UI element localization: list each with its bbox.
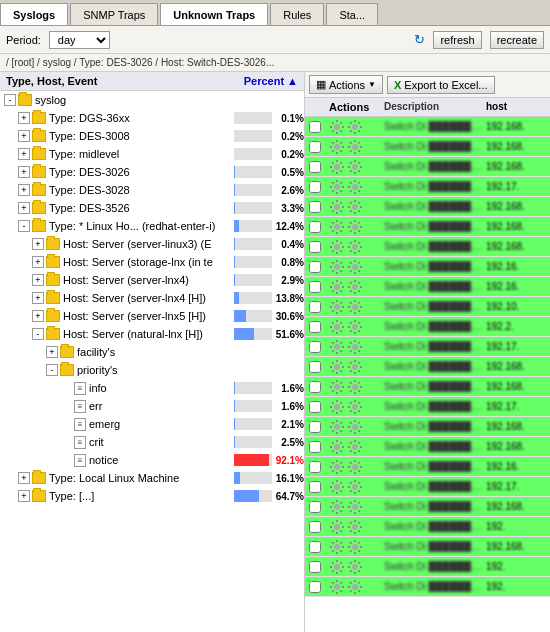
action-gear-icon[interactable] xyxy=(347,199,363,215)
expand-button[interactable]: + xyxy=(32,292,44,304)
row-checkbox[interactable] xyxy=(309,121,321,133)
row-checkbox[interactable] xyxy=(309,341,321,353)
action-gear-icon[interactable] xyxy=(329,179,345,195)
action-gear-icon[interactable] xyxy=(329,259,345,275)
action-gear-icon[interactable] xyxy=(347,439,363,455)
row-checkbox[interactable] xyxy=(309,181,321,193)
action-gear-icon[interactable] xyxy=(329,579,345,595)
tree-row-label[interactable]: Host: Server (storage-lnx (in te xyxy=(63,256,234,268)
row-checkbox[interactable] xyxy=(309,461,321,473)
action-gear-icon[interactable] xyxy=(329,559,345,575)
action-gear-icon[interactable] xyxy=(329,199,345,215)
tree-row-label[interactable]: crit xyxy=(89,436,234,448)
expand-button[interactable]: + xyxy=(18,112,30,124)
tree-row-label[interactable]: Type: Local Linux Machine xyxy=(49,472,234,484)
expand-button[interactable]: + xyxy=(32,256,44,268)
tree-row-label[interactable]: syslog xyxy=(35,94,304,106)
action-gear-icon[interactable] xyxy=(347,479,363,495)
action-gear-icon[interactable] xyxy=(347,119,363,135)
row-checkbox[interactable] xyxy=(309,201,321,213)
action-gear-icon[interactable] xyxy=(329,499,345,515)
tree-row-label[interactable]: priority's xyxy=(77,364,304,376)
row-checkbox[interactable] xyxy=(309,381,321,393)
action-gear-icon[interactable] xyxy=(329,439,345,455)
expand-button[interactable]: - xyxy=(18,220,30,232)
row-checkbox[interactable] xyxy=(309,401,321,413)
tree-row-label[interactable]: Host: Server (server-lnx4) xyxy=(63,274,234,286)
expand-button[interactable]: + xyxy=(18,472,30,484)
action-gear-icon[interactable] xyxy=(329,239,345,255)
action-gear-icon[interactable] xyxy=(329,279,345,295)
expand-button[interactable]: + xyxy=(32,238,44,250)
tree-row-label[interactable]: Host: Server (server-lnx5 [H]) xyxy=(63,310,234,322)
action-gear-icon[interactable] xyxy=(347,179,363,195)
row-checkbox[interactable] xyxy=(309,561,321,573)
tab-unknown-traps[interactable]: Unknown Traps xyxy=(160,3,268,25)
row-checkbox[interactable] xyxy=(309,521,321,533)
tree-row-label[interactable]: Type: midlevel xyxy=(49,148,234,160)
tree-row-label[interactable]: Type: DES-3008 xyxy=(49,130,234,142)
action-gear-icon[interactable] xyxy=(329,319,345,335)
row-checkbox[interactable] xyxy=(309,141,321,153)
tree-row-label[interactable]: Type: DGS-36xx xyxy=(49,112,234,124)
action-gear-icon[interactable] xyxy=(347,319,363,335)
expand-button[interactable]: + xyxy=(18,166,30,178)
expand-button[interactable]: + xyxy=(18,202,30,214)
action-gear-icon[interactable] xyxy=(347,239,363,255)
row-checkbox[interactable] xyxy=(309,501,321,513)
tree-row-label[interactable]: emerg xyxy=(89,418,234,430)
expand-button[interactable]: + xyxy=(46,346,58,358)
action-gear-icon[interactable] xyxy=(329,159,345,175)
expand-button[interactable]: - xyxy=(4,94,16,106)
actions-button[interactable]: ▦ Actions ▼ xyxy=(309,75,383,94)
action-gear-icon[interactable] xyxy=(329,419,345,435)
tab-snmp-traps[interactable]: SNMP Traps xyxy=(70,3,158,25)
expand-button[interactable]: + xyxy=(18,490,30,502)
row-checkbox[interactable] xyxy=(309,221,321,233)
action-gear-icon[interactable] xyxy=(347,559,363,575)
expand-button[interactable]: - xyxy=(46,364,58,376)
col-percent-header[interactable]: Percent ▲ xyxy=(228,75,298,87)
action-gear-icon[interactable] xyxy=(329,479,345,495)
row-checkbox[interactable] xyxy=(309,481,321,493)
row-checkbox[interactable] xyxy=(309,541,321,553)
action-gear-icon[interactable] xyxy=(329,379,345,395)
expand-button[interactable]: + xyxy=(32,310,44,322)
tree-row-label[interactable]: Type: DES-3526 xyxy=(49,202,234,214)
period-select[interactable]: day week month xyxy=(49,31,110,49)
tree-row-label[interactable]: Host: Server (server-linux3) (E xyxy=(63,238,234,250)
expand-button[interactable]: + xyxy=(18,130,30,142)
row-checkbox[interactable] xyxy=(309,241,321,253)
row-checkbox[interactable] xyxy=(309,161,321,173)
action-gear-icon[interactable] xyxy=(347,519,363,535)
tree-row-label[interactable]: Type: DES-3026 xyxy=(49,166,234,178)
action-gear-icon[interactable] xyxy=(329,219,345,235)
action-gear-icon[interactable] xyxy=(347,219,363,235)
row-checkbox[interactable] xyxy=(309,281,321,293)
row-checkbox[interactable] xyxy=(309,421,321,433)
expand-button[interactable]: + xyxy=(18,148,30,160)
tree-row-label[interactable]: Type: DES-3028 xyxy=(49,184,234,196)
action-gear-icon[interactable] xyxy=(347,299,363,315)
action-gear-icon[interactable] xyxy=(347,419,363,435)
action-gear-icon[interactable] xyxy=(329,139,345,155)
action-gear-icon[interactable] xyxy=(329,119,345,135)
action-gear-icon[interactable] xyxy=(347,539,363,555)
row-checkbox[interactable] xyxy=(309,321,321,333)
row-checkbox[interactable] xyxy=(309,361,321,373)
action-gear-icon[interactable] xyxy=(347,339,363,355)
action-gear-icon[interactable] xyxy=(329,459,345,475)
action-gear-icon[interactable] xyxy=(347,459,363,475)
action-gear-icon[interactable] xyxy=(347,159,363,175)
refresh-button[interactable]: refresh xyxy=(433,31,481,49)
action-gear-icon[interactable] xyxy=(347,499,363,515)
row-checkbox[interactable] xyxy=(309,261,321,273)
tab-sta[interactable]: Sta... xyxy=(326,3,378,25)
expand-button[interactable]: - xyxy=(32,328,44,340)
action-gear-icon[interactable] xyxy=(329,539,345,555)
tree-row-label[interactable]: Host: Server (server-lnx4 [H]) xyxy=(63,292,234,304)
tree-row-label[interactable]: Type: [...] xyxy=(49,490,234,502)
action-gear-icon[interactable] xyxy=(347,359,363,375)
tree-row-label[interactable]: err xyxy=(89,400,234,412)
action-gear-icon[interactable] xyxy=(347,379,363,395)
